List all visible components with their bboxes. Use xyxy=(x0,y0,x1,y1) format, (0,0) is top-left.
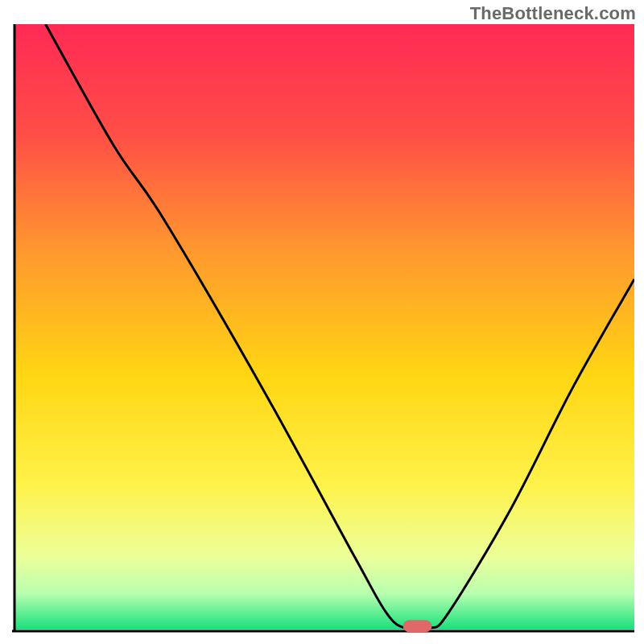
chart-container: TheBottleneck.com xyxy=(0,0,644,644)
gradient-background xyxy=(14,24,634,630)
bottleneck-chart xyxy=(0,0,644,644)
watermark-text: TheBottleneck.com xyxy=(470,3,636,24)
optimal-marker xyxy=(403,620,432,632)
